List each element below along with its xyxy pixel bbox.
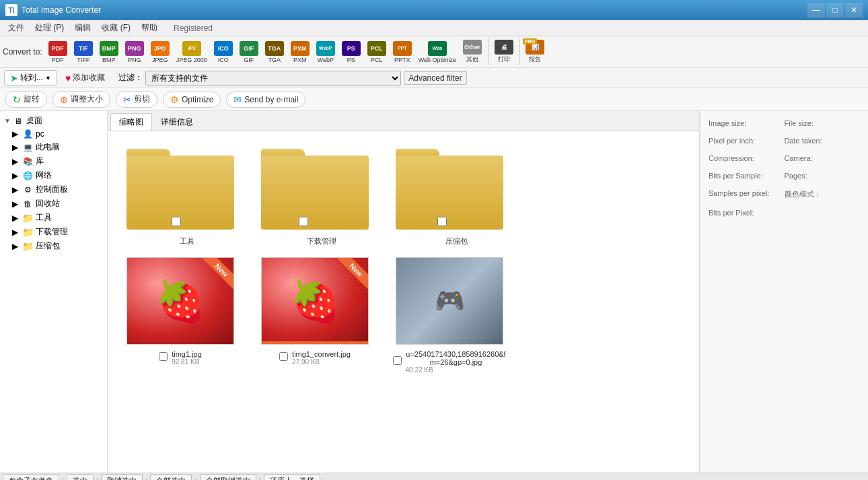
pcl-icon: PCL: [367, 41, 386, 56]
arrow-icon-pc: ▶: [12, 129, 22, 139]
select-all-button[interactable]: 全部选中: [150, 474, 192, 480]
format-pdf[interactable]: PDF PDF: [45, 39, 71, 65]
new-badge-timg1: [200, 258, 233, 292]
tree-item-tools[interactable]: ▶ 📁 工具: [0, 211, 107, 225]
webp-icon: WebP: [316, 41, 335, 56]
folder-name-downloads: 下载管理: [307, 236, 336, 246]
folder-checkbox-downloads[interactable]: [299, 217, 308, 226]
format-ps[interactable]: PS PS: [338, 39, 364, 65]
image-item-timg1[interactable]: 🍓 timg1.jpg 92.81 KB: [113, 252, 248, 379]
maximize-button[interactable]: □: [826, 3, 844, 18]
format-bmp[interactable]: BMP BMP: [96, 39, 122, 65]
pcl-label: PCL: [371, 57, 383, 63]
tree-item-pc[interactable]: ▶ 👤 pc: [0, 128, 107, 140]
camera-value: [859, 154, 861, 162]
format-tga[interactable]: TGA TGA: [262, 39, 287, 65]
ico-label: ICO: [218, 57, 229, 63]
minimize-button[interactable]: —: [807, 3, 825, 18]
tree-item-downloads[interactable]: ▶ 📁 下载管理: [0, 225, 107, 239]
crop-button[interactable]: ✂ 剪切: [116, 91, 157, 108]
menu-file[interactable]: 文件: [3, 21, 30, 35]
format-pptx[interactable]: PPT PPTX: [390, 39, 415, 65]
folder-name-archive: 压缩包: [445, 236, 468, 246]
format-gif[interactable]: GIF GIF: [236, 39, 262, 65]
image-item-anime[interactable]: 🎮 u=2540171430,1858916260&fm=26&gp=0.jpg…: [382, 252, 517, 379]
email-button[interactable]: ✉ Send by e-mail: [226, 92, 305, 108]
pages-label: Pages:: [785, 172, 859, 180]
image-item-timg1-convert[interactable]: 🍓 timg1_convert.jpg 27.90 KB: [248, 252, 382, 379]
crop-icon: ✂: [123, 94, 131, 105]
image-checkbox-timg1[interactable]: [159, 352, 168, 361]
folder-item-archive[interactable]: 压缩包: [382, 137, 517, 252]
tree-item-library[interactable]: ▶ 📚 库: [0, 154, 107, 168]
folder-checkbox-archive[interactable]: [437, 217, 447, 226]
image-name-anime: u=2540171430,1858916260&fm=26&gp=0.jpg: [406, 350, 507, 366]
folder-checkbox-tools[interactable]: [172, 217, 181, 226]
crop-label: 剪切: [134, 94, 150, 105]
expand-icon-library: [3, 158, 12, 165]
menu-process[interactable]: 处理 (P): [30, 21, 69, 35]
menu-favorites[interactable]: 收藏 (F): [96, 21, 136, 35]
rotate-button[interactable]: ↻ 旋转: [5, 91, 47, 108]
tab-thumbnail[interactable]: 缩略图: [110, 113, 152, 131]
optimize-button[interactable]: ⚙ Optimize: [163, 92, 221, 108]
tree-item-control-panel[interactable]: ▶ ⚙ 控制面板: [0, 182, 107, 197]
folder-item-downloads[interactable]: 下载管理: [248, 137, 382, 252]
format-pcl[interactable]: PCL PCL: [364, 39, 390, 65]
control-panel-icon: ⚙: [22, 185, 34, 195]
email-label: Send by e-mail: [244, 95, 298, 104]
format-pxm[interactable]: PXM PXM: [287, 39, 313, 65]
info-panel: Image size: File size: Pixel per inch: D…: [700, 111, 868, 473]
close-button[interactable]: ✕: [845, 3, 863, 18]
bottom-action-bar: 包含子文件夹 | 选中 | 取消选中 | 全部选中 | 全部取消选中 | 还原上…: [0, 473, 868, 480]
format-png[interactable]: PNG PNG: [122, 39, 147, 65]
tree-label-desktop: 桌面: [26, 115, 42, 127]
folder-icon-downloads: 📁: [22, 228, 34, 237]
add-favorite-button[interactable]: ♥ 添加收藏: [60, 71, 110, 85]
tree-item-recycle[interactable]: ▶ 🗑 回收站: [0, 197, 107, 211]
image-checkbox-anime[interactable]: [393, 356, 402, 365]
deselect-all-button[interactable]: 全部取消选中: [200, 474, 256, 480]
new-badge-timg1-convert: [334, 258, 368, 292]
menu-help[interactable]: 帮助: [136, 21, 163, 35]
rotate-icon: ↻: [13, 94, 21, 105]
image-thumb-timg1: 🍓: [126, 257, 234, 345]
resize-button[interactable]: ⊕ 调整大小: [52, 91, 110, 108]
bits-sample-label: Bits per Sample:: [709, 172, 783, 180]
select-button[interactable]: 选中: [67, 474, 94, 480]
format-other[interactable]: Other 其他: [460, 38, 485, 66]
tree-item-network[interactable]: ▶ 🌐 网络: [0, 168, 107, 182]
format-jpeg[interactable]: JPG JPEG: [147, 39, 173, 65]
file-size-label: File size:: [785, 119, 859, 127]
tree-item-computer[interactable]: ▶ 💻 此电脑: [0, 140, 107, 154]
menu-edit[interactable]: 编辑: [69, 21, 96, 35]
image-checkbox-timg1-convert[interactable]: [279, 352, 288, 361]
date-taken-value: [859, 137, 861, 145]
tree-label-archive: 压缩包: [36, 240, 60, 252]
folder-item-tools[interactable]: 工具: [113, 137, 248, 252]
go-up-button[interactable]: 还原上一选择: [264, 474, 320, 480]
format-ico[interactable]: ICO ICO: [211, 39, 236, 65]
format-print[interactable]: 🖨 打印: [491, 38, 517, 66]
tree-item-desktop[interactable]: ▼ 🖥 桌面: [0, 114, 107, 128]
format-web[interactable]: Web Web Optimize: [415, 39, 460, 65]
format-jp2k[interactable]: JP2 JPEG 2000: [173, 39, 211, 65]
deselect-button[interactable]: 取消选中: [101, 474, 143, 480]
app-title: Total Image Converter: [22, 5, 807, 15]
goto-button[interactable]: ➤ 转到... ▼: [4, 70, 57, 85]
arrow-icon-control: ▶: [12, 185, 22, 195]
include-subfolders-button[interactable]: 包含子文件夹: [3, 474, 59, 480]
ico-icon: ICO: [214, 41, 233, 56]
advanced-filter-button[interactable]: Advanced filter: [404, 71, 466, 85]
tab-detail[interactable]: 详细信息: [152, 113, 202, 131]
gif-label: GIF: [244, 57, 254, 63]
report-btn[interactable]: PRO 📊 报告: [523, 38, 547, 65]
pdf-label: PDF: [52, 57, 64, 63]
folder-thumb-downloads: [261, 142, 369, 230]
format-webp[interactable]: WebP WebP: [313, 39, 338, 65]
pxm-icon: PXM: [291, 41, 310, 56]
tree-item-archive[interactable]: ▶ 📁 压缩包: [0, 239, 107, 253]
filter-select[interactable]: 所有支持的文件: [145, 71, 401, 85]
format-tiff[interactable]: TIF TIFF: [71, 39, 96, 65]
arrow-icon-tools: ▶: [12, 213, 22, 223]
